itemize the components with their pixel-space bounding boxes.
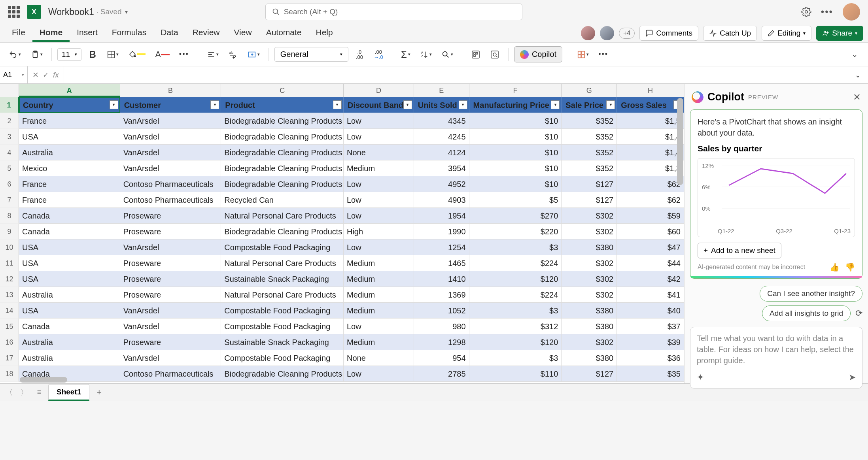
cell[interactable]: $3 [469, 303, 562, 319]
cell[interactable]: Biodegradable Cleaning Products [221, 145, 344, 160]
cell[interactable]: $47 [617, 239, 684, 255]
undo-button[interactable]: ▾ [6, 47, 24, 62]
table-header-cell[interactable]: Manufacturing Price▾ [469, 97, 562, 113]
suggestion-chip-another-insight[interactable]: Can I see another insight? [760, 286, 862, 302]
tab-automate[interactable]: Automate [259, 25, 309, 42]
tab-review[interactable]: Review [185, 25, 227, 42]
cell[interactable]: $270 [469, 208, 562, 224]
cell[interactable]: None [344, 145, 414, 160]
cell[interactable]: $127 [562, 192, 617, 208]
cell[interactable]: $380 [562, 239, 617, 255]
cell[interactable]: Medium [344, 334, 414, 350]
cell[interactable]: USA [19, 271, 120, 287]
sheet-nav-prev[interactable]: 〈 [3, 388, 15, 397]
cell[interactable]: Low [344, 366, 414, 382]
cell[interactable]: None [344, 350, 414, 366]
cell[interactable]: $302 [562, 224, 617, 239]
document-title[interactable]: Workbook1 [48, 7, 94, 17]
cell[interactable]: $3 [469, 239, 562, 255]
row-header[interactable]: 9 [0, 224, 19, 239]
suggestion-chip-add-all[interactable]: Add all insights to grid [762, 305, 851, 321]
row-header[interactable]: 3 [0, 129, 19, 145]
addins-button[interactable] [468, 47, 484, 62]
cell[interactable]: $5 [469, 192, 562, 208]
paste-button[interactable]: ▾ [27, 47, 46, 62]
table-header-cell[interactable]: Product▾ [221, 97, 344, 113]
tab-data[interactable]: Data [153, 25, 185, 42]
cell[interactable]: $10 [469, 129, 562, 145]
cell[interactable]: Compostable Food Packaging [221, 303, 344, 319]
add-to-sheet-button[interactable]: +Add to a new sheet [698, 243, 781, 258]
cell[interactable]: Biodegradable Cleaning Products [221, 224, 344, 239]
name-box[interactable]: A1▾ [0, 66, 28, 83]
cell[interactable]: Proseware [120, 208, 221, 224]
cell[interactable]: $224 [469, 287, 562, 303]
cell[interactable]: Australia [19, 145, 120, 160]
cell[interactable]: $312 [469, 319, 562, 334]
cell[interactable]: Natural Personal Care Products [221, 287, 344, 303]
cell[interactable]: $224 [469, 255, 562, 271]
thumbs-up-icon[interactable]: 👍 [830, 262, 840, 272]
cell[interactable]: 1954 [414, 208, 469, 224]
cell[interactable]: 1052 [414, 303, 469, 319]
cell[interactable]: $220 [469, 224, 562, 239]
tab-home[interactable]: Home [32, 25, 70, 42]
cell[interactable]: Proseware [120, 255, 221, 271]
cell[interactable]: Low [344, 208, 414, 224]
cell[interactable]: Compostable Food Packaging [221, 239, 344, 255]
cell[interactable]: $1,3 [617, 160, 684, 176]
cell[interactable]: $44 [617, 255, 684, 271]
cell[interactable]: Medium [344, 160, 414, 176]
filter-dropdown-icon[interactable]: ▾ [551, 100, 560, 109]
cell[interactable]: 980 [414, 319, 469, 334]
merge-button[interactable]: ▾ [244, 47, 263, 62]
cell[interactable]: Australia [19, 334, 120, 350]
row-header[interactable]: 14 [0, 303, 19, 319]
presence-count[interactable]: +4 [619, 28, 635, 39]
row-header[interactable]: 11 [0, 255, 19, 271]
tab-insert[interactable]: Insert [70, 25, 105, 42]
cell[interactable]: $36 [617, 350, 684, 366]
cell[interactable]: Recycled Can [221, 192, 344, 208]
filter-dropdown-icon[interactable]: ▾ [333, 100, 342, 109]
column-header[interactable]: F [469, 84, 562, 97]
cell[interactable]: 4952 [414, 176, 469, 192]
cell[interactable]: 2785 [414, 366, 469, 382]
cell[interactable]: 1990 [414, 224, 469, 239]
row-header[interactable]: 6 [0, 176, 19, 192]
sheet-tab[interactable]: Sheet1 [48, 384, 89, 401]
comments-button[interactable]: Comments [639, 26, 698, 41]
cell[interactable]: VanArsdel [120, 319, 221, 334]
share-button[interactable]: Share▾ [816, 26, 863, 41]
cell[interactable]: $59 [617, 208, 684, 224]
cell[interactable]: Low [344, 239, 414, 255]
cell[interactable]: Proseware [120, 287, 221, 303]
cell[interactable]: VanArsdel [120, 239, 221, 255]
cell[interactable]: VanArsdel [120, 303, 221, 319]
table-header-cell[interactable]: Discount Band▾ [344, 97, 414, 113]
cell[interactable]: $302 [562, 271, 617, 287]
row-header[interactable]: 2 [0, 113, 19, 129]
cell[interactable]: $302 [562, 334, 617, 350]
cell[interactable]: Proseware [120, 271, 221, 287]
cell[interactable]: France [19, 176, 120, 192]
cell[interactable]: Biodegradable Cleaning Products [221, 366, 344, 382]
catchup-button[interactable]: Catch Up [703, 26, 757, 41]
table-header-cell[interactable]: Units Sold▾ [414, 97, 469, 113]
cell[interactable]: 1369 [414, 287, 469, 303]
cell[interactable]: $35 [617, 366, 684, 382]
cell[interactable]: Canada [19, 224, 120, 239]
cell[interactable]: $127 [562, 176, 617, 192]
row-header[interactable]: 13 [0, 287, 19, 303]
cell[interactable]: $120 [469, 271, 562, 287]
filter-dropdown-icon[interactable]: ▾ [110, 100, 118, 109]
cell[interactable]: France [19, 192, 120, 208]
column-header[interactable]: C [221, 84, 344, 97]
cell[interactable]: $10 [469, 145, 562, 160]
cell[interactable]: Contoso Pharmaceuticals [120, 366, 221, 382]
format-table-button[interactable]: ▾ [574, 47, 592, 62]
presence-avatar[interactable] [600, 26, 614, 40]
row-header[interactable]: 12 [0, 271, 19, 287]
cell[interactable]: VanArsdel [120, 160, 221, 176]
cell[interactable]: Australia [19, 350, 120, 366]
